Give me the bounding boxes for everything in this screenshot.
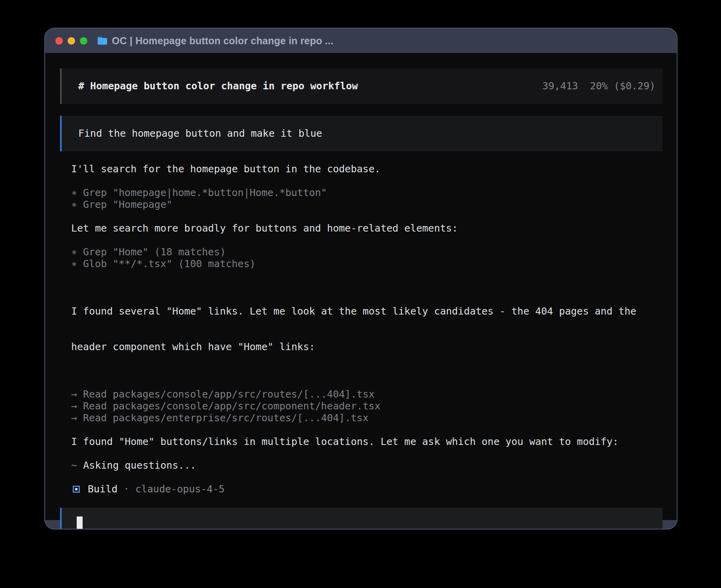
terminal-window: OC | Homepage button color change in rep… <box>44 28 678 530</box>
tool-call-text: Read packages/console/app/src/routes/[..… <box>83 388 375 400</box>
agent-square-icon <box>73 486 80 493</box>
titlebar[interactable]: OC | Homepage button color change in rep… <box>45 28 677 53</box>
session-title: # Homepage button color change in repo w… <box>78 80 358 92</box>
tool-call-text: Grep "Home" (18 matches) <box>83 246 226 258</box>
text-cursor <box>77 516 83 530</box>
agent-line: Build · claude-opus-4-5 <box>71 483 662 495</box>
folder-icon <box>98 37 107 45</box>
separator-dot <box>117 483 123 495</box>
tilde-icon: ~ <box>71 460 77 471</box>
tool-call-read: → Read packages/console/app/src/componen… <box>71 400 662 412</box>
arrow-right-icon: → <box>71 388 83 400</box>
agent-model: claude-opus-4-5 <box>135 483 225 495</box>
terminal-content: # Homepage button color change in repo w… <box>45 53 677 520</box>
zoom-button[interactable] <box>80 37 87 45</box>
session-header: # Homepage button color change in repo w… <box>60 68 662 104</box>
window-title: OC | Homepage button color change in rep… <box>112 35 333 47</box>
context-usage: 20% ($0.29) <box>590 80 655 92</box>
asterisk-icon: ∗ <box>71 199 83 211</box>
tool-call-text: Read packages/enterprise/src/routes/[...… <box>83 412 368 424</box>
tool-call-group: ∗ Grep "Home" (18 matches) ∗ Glob "**/*.… <box>71 246 662 270</box>
separator-dot: · <box>123 483 129 495</box>
separator-dot <box>129 483 135 495</box>
working-status: ~ Asking questions... <box>71 460 662 471</box>
traffic-lights <box>55 37 87 45</box>
minimize-button[interactable] <box>68 37 75 45</box>
user-message: Find the homepage button and make it blu… <box>60 116 662 151</box>
session-stats: 39,413 20% ($0.29) <box>542 80 655 92</box>
close-button[interactable] <box>55 37 63 45</box>
asterisk-icon: ∗ <box>71 258 83 270</box>
assistant-text-line: header component which have "Home" links… <box>71 341 662 353</box>
assistant-text: I found several "Home" links. Let me loo… <box>71 282 662 377</box>
tool-call-group: ∗ Grep "homepage|home.*button|Home.*butt… <box>71 187 662 211</box>
asterisk-icon: ∗ <box>71 187 83 199</box>
arrow-right-icon: → <box>71 412 83 424</box>
tool-call-read: → Read packages/console/app/src/routes/[… <box>71 388 662 400</box>
tool-call-read: → Read packages/enterprise/src/routes/[.… <box>71 412 662 424</box>
tool-call-grep: ∗ Grep "homepage|home.*button|Home.*butt… <box>71 187 662 199</box>
prompt-input[interactable]: Build Claude Opus 4.5 OpenCode Zen <box>60 508 662 530</box>
tool-call-glob: ∗ Glob "**/*.tsx" (100 matches) <box>71 258 662 270</box>
asterisk-icon: ∗ <box>71 246 83 258</box>
desktop: OC | Homepage button color change in rep… <box>0 0 721 588</box>
assistant-text-line: I found several "Home" links. Let me loo… <box>71 305 662 317</box>
token-count: 39,413 <box>542 80 578 92</box>
user-message-text: Find the homepage button and make it blu… <box>78 128 646 139</box>
tool-call-text: Grep "Homepage" <box>83 199 172 211</box>
assistant-text: Let me search more broadly for buttons a… <box>71 222 662 234</box>
tool-call-grep: ∗ Grep "Homepage" <box>71 199 662 211</box>
tool-call-text: Read packages/console/app/src/component/… <box>83 400 381 412</box>
agent-name: Build <box>88 483 117 495</box>
tool-call-group: → Read packages/console/app/src/routes/[… <box>71 388 662 424</box>
tool-call-text: Grep "homepage|home.*button|Home.*button… <box>83 187 327 199</box>
tool-call-grep: ∗ Grep "Home" (18 matches) <box>71 246 662 258</box>
assistant-text: I'll search for the homepage button in t… <box>71 163 662 175</box>
arrow-right-icon: → <box>71 400 83 412</box>
working-status-text: Asking questions... <box>83 460 196 471</box>
assistant-text: I found "Home" buttons/links in multiple… <box>71 436 662 448</box>
tool-call-text: Glob "**/*.tsx" (100 matches) <box>83 258 256 270</box>
